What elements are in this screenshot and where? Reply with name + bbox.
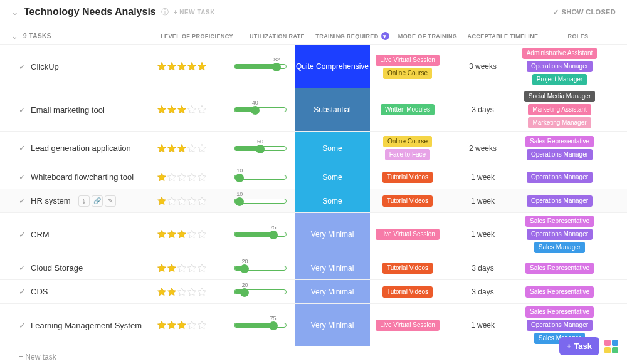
info-icon[interactable]: ⓘ	[161, 7, 169, 18]
task-row[interactable]: ✓ CDS 20 Very MinimalTutorial Videos3 da…	[0, 279, 627, 303]
training-required-cell[interactable]: Very Minimal	[295, 213, 370, 256]
complete-check-icon[interactable]: ✓	[19, 263, 26, 273]
complete-check-icon[interactable]: ✓	[19, 62, 26, 71]
timeline-cell[interactable]: 3 days	[445, 280, 520, 303]
timeline-cell[interactable]: 1 week	[445, 213, 520, 256]
utilization-cell[interactable]: 40	[226, 88, 295, 131]
role-tag[interactable]: Sales Representative	[525, 286, 594, 298]
timeline-cell[interactable]: 1 week	[445, 189, 520, 212]
task-row[interactable]: ✓ Email marketing tool 40 SubstantialWri…	[0, 88, 627, 131]
mode-tag[interactable]: Written Modules	[381, 104, 435, 115]
proficiency-stars[interactable]	[157, 165, 226, 189]
mode-tag[interactable]: Tutorial Videos	[382, 263, 433, 274]
task-row[interactable]: ✓ CRM 75 Very MinimalLive Virtual Sessio…	[0, 212, 627, 256]
proficiency-stars[interactable]	[157, 280, 226, 303]
mode-tag[interactable]: Tutorial Videos	[382, 286, 433, 298]
task-row[interactable]: ✓ ClickUp 82 Quite ComprehensiveLive Vir…	[0, 44, 627, 88]
role-tag[interactable]: Operations Manager	[527, 61, 593, 72]
task-name[interactable]: Learning Management System	[31, 321, 142, 330]
task-name[interactable]: HR system	[31, 196, 71, 205]
create-task-button[interactable]: +Task	[559, 337, 599, 355]
mode-cell[interactable]: Tutorial Videos	[370, 189, 445, 212]
role-tag[interactable]: Sales Representative	[525, 136, 594, 147]
utilization-cell[interactable]: 82	[226, 45, 295, 88]
timeline-cell[interactable]: 1 week	[445, 304, 520, 346]
role-tag[interactable]: Operations Manager	[527, 195, 593, 207]
role-tag[interactable]: Administrative Assistant	[522, 48, 598, 59]
role-tag[interactable]: Sales Representative	[525, 306, 594, 318]
role-tag[interactable]: Sales Manager	[534, 242, 585, 253]
proficiency-stars[interactable]	[157, 88, 226, 131]
show-closed-toggle[interactable]: ✓SHOW CLOSED	[553, 8, 616, 16]
roles-cell[interactable]: Operations Manager	[520, 189, 599, 212]
proficiency-stars[interactable]	[157, 213, 226, 256]
task-name[interactable]: Lead generation application	[31, 143, 131, 153]
utilization-slider[interactable]: 50	[234, 146, 287, 151]
mode-cell[interactable]: Written Modules	[370, 88, 445, 131]
role-tag[interactable]: Marketing Assistant	[528, 104, 591, 115]
role-tag[interactable]: Operations Manager	[527, 229, 593, 240]
role-tag[interactable]: Operations Manager	[527, 149, 593, 160]
utilization-slider[interactable]: 10	[234, 199, 287, 204]
roles-cell[interactable]: Social Media ManagerMarketing AssistantM…	[520, 88, 599, 131]
utilization-slider[interactable]: 75	[234, 232, 287, 237]
role-tag[interactable]: Social Media Manager	[524, 91, 596, 102]
roles-cell[interactable]: Sales Representative	[520, 256, 599, 279]
timeline-cell[interactable]: 3 days	[445, 256, 520, 279]
utilization-slider[interactable]: 40	[234, 107, 287, 112]
mode-tag[interactable]: Live Virtual Session	[376, 55, 440, 66]
training-required-cell[interactable]: Very Minimal	[295, 280, 370, 303]
proficiency-stars[interactable]	[157, 45, 226, 88]
training-required-cell[interactable]: Some	[295, 189, 370, 212]
role-tag[interactable]: Operations Manager	[527, 320, 593, 331]
mode-cell[interactable]: Tutorial Videos	[370, 280, 445, 303]
task-name[interactable]: Whiteboard flowcharting tool	[31, 172, 134, 182]
task-row[interactable]: ✓ Learning Management System 75 Very Min…	[0, 303, 627, 346]
roles-cell[interactable]: Sales Representative	[520, 280, 599, 303]
mode-tag[interactable]: Online Course	[383, 68, 432, 79]
col-level[interactable]: LEVEL OF PROFICIENCY	[152, 33, 240, 39]
roles-cell[interactable]: Sales RepresentativeOperations Manager	[520, 132, 599, 165]
col-utilization[interactable]: UTILIZATION RATE	[240, 33, 315, 39]
utilization-slider[interactable]: 82	[234, 64, 287, 69]
mode-tag[interactable]: Tutorial Videos	[382, 172, 433, 183]
roles-cell[interactable]: Administrative AssistantOperations Manag…	[520, 45, 599, 88]
utilization-cell[interactable]: 50	[226, 132, 295, 165]
task-name[interactable]: Cloud Storage	[31, 263, 83, 273]
utilization-cell[interactable]: 10	[226, 165, 295, 189]
task-row[interactable]: ✓ Whiteboard flowcharting tool 10 SomeTu…	[0, 165, 627, 189]
task-row[interactable]: ✓ Cloud Storage 20 Very MinimalTutorial …	[0, 256, 627, 279]
utilization-cell[interactable]: 20	[226, 256, 295, 279]
new-task-row[interactable]: + New task	[0, 346, 627, 364]
edit-icon[interactable]: ✎	[105, 195, 116, 207]
role-tag[interactable]: Sales Representative	[525, 216, 594, 227]
proficiency-stars[interactable]	[157, 256, 226, 279]
proficiency-stars[interactable]	[157, 304, 226, 346]
task-name[interactable]: CRM	[31, 230, 50, 239]
mode-cell[interactable]: Tutorial Videos	[370, 165, 445, 189]
utilization-slider[interactable]: 75	[234, 323, 287, 328]
utilization-slider[interactable]: 20	[234, 289, 287, 294]
complete-check-icon[interactable]: ✓	[19, 321, 26, 330]
mode-tag[interactable]: Tutorial Videos	[382, 195, 433, 207]
role-tag[interactable]: Marketing Manager	[528, 117, 591, 128]
utilization-cell[interactable]: 10	[226, 189, 295, 212]
app-grid-icon[interactable]	[604, 340, 618, 353]
complete-check-icon[interactable]: ✓	[19, 105, 26, 115]
mode-tag[interactable]: Live Virtual Session	[376, 320, 440, 331]
col-training[interactable]: TRAINING REQUIRED▾	[315, 32, 390, 40]
mode-cell[interactable]: Live Virtual SessionOnline Course	[370, 45, 445, 88]
utilization-cell[interactable]: 75	[226, 304, 295, 346]
training-required-cell[interactable]: Very Minimal	[295, 304, 370, 346]
training-required-cell[interactable]: Some	[295, 132, 370, 165]
training-required-cell[interactable]: Substantial	[295, 88, 370, 131]
complete-check-icon[interactable]: ✓	[19, 143, 26, 153]
task-row[interactable]: ✓ Lead generation application 50 SomeOnl…	[0, 131, 627, 165]
link-icon[interactable]: 🔗	[92, 195, 103, 207]
col-timeline[interactable]: ACCEPTABLE TIMELINE	[465, 33, 540, 39]
training-required-cell[interactable]: Quite Comprehensive	[295, 45, 370, 88]
col-mode[interactable]: MODE OF TRAINING	[390, 33, 465, 39]
training-required-cell[interactable]: Some	[295, 165, 370, 189]
utilization-cell[interactable]: 20	[226, 280, 295, 303]
utilization-cell[interactable]: 75	[226, 213, 295, 256]
